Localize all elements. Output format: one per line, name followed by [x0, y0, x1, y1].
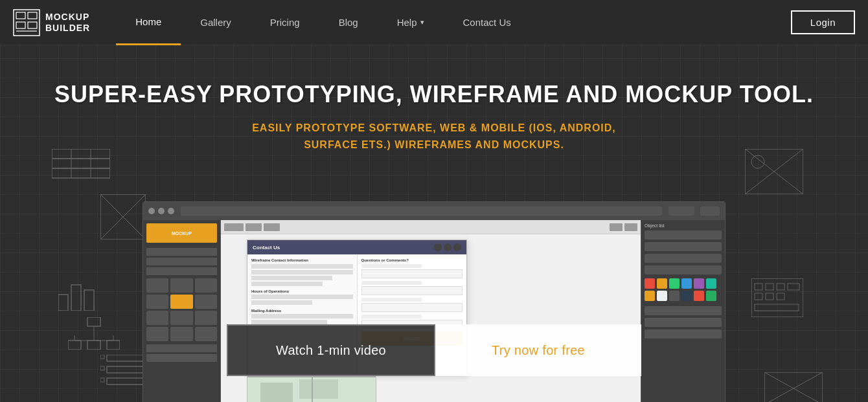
svg-rect-1	[16, 12, 25, 19]
logo-icon	[13, 9, 40, 36]
svg-point-34	[751, 155, 764, 168]
app-topbar	[143, 202, 725, 220]
app-sidebar: MOCKUP	[143, 220, 221, 402]
navbar: MOCKUP BUILDER Home Gallery Pricing Blog…	[0, 0, 868, 45]
chevron-down-icon: ▾	[420, 18, 424, 27]
svg-rect-8	[52, 168, 110, 178]
svg-rect-7	[52, 159, 110, 168]
svg-rect-0	[14, 10, 40, 36]
logo-text: MOCKUP BUILDER	[45, 12, 90, 34]
watch-video-button[interactable]: Watch 1-min video	[227, 324, 435, 376]
nav-home[interactable]: Home	[116, 0, 181, 45]
try-free-button[interactable]: Try now for free	[435, 324, 641, 376]
nav-blog[interactable]: Blog	[319, 0, 378, 45]
svg-rect-2	[28, 12, 37, 19]
hero-section: SUPER-EASY PROTOTYPING, WIREFRAME AND MO…	[0, 45, 868, 153]
cta-container: Watch 1-min video Try now for free	[227, 324, 641, 376]
app-right-panel: Object list	[641, 220, 725, 402]
nav-gallery[interactable]: Gallery	[181, 0, 251, 45]
hero-title: SUPER-EASY PROTOTYPING, WIREFRAME AND MO…	[0, 81, 868, 108]
logo[interactable]: MOCKUP BUILDER	[13, 9, 90, 36]
nav-help[interactable]: Help ▾	[378, 0, 444, 45]
hero-subtitle: EASILY PROTOTYPE SOFTWARE, WEB & MOBILE …	[0, 120, 868, 153]
nav-contact[interactable]: Contact Us	[444, 0, 531, 45]
svg-rect-4	[28, 22, 37, 28]
svg-rect-3	[16, 22, 25, 28]
nav-pricing[interactable]: Pricing	[251, 0, 319, 45]
nav-links: Home Gallery Pricing Blog Help ▾ Contact…	[116, 0, 791, 45]
login-button[interactable]: Login	[791, 10, 855, 34]
